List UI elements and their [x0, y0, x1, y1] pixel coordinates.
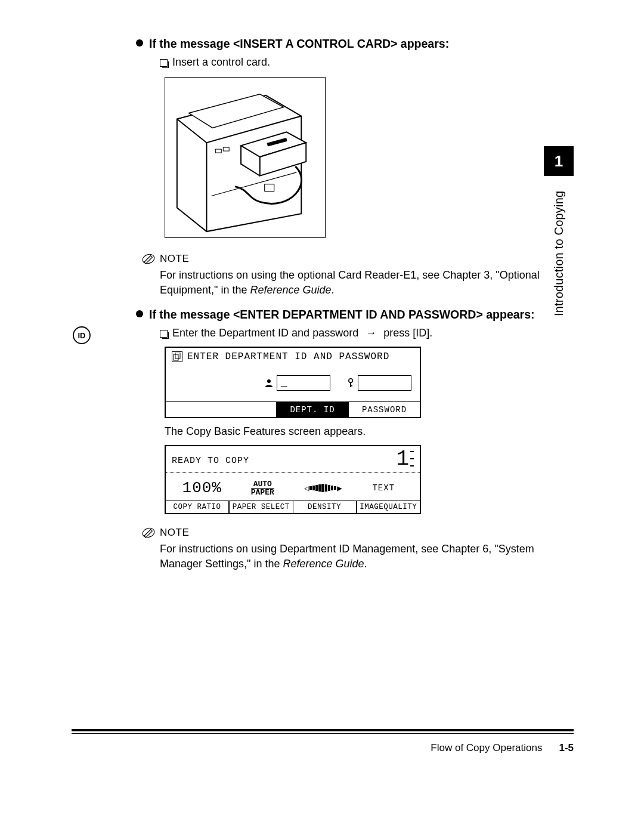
action-text-a: Enter the Department ID and password — [172, 327, 358, 339]
note-text: For instructions on using the optional C… — [160, 268, 547, 297]
dept-id-field[interactable]: _ — [277, 375, 330, 391]
checkbox-icon — [160, 330, 168, 338]
softkey-empty — [166, 401, 277, 417]
page: 1 Introduction to Copying ID If the mess… — [0, 0, 644, 828]
password-group — [347, 375, 411, 391]
chapter-title-vertical: Introduction to Copying — [544, 184, 574, 323]
lcd-title: ENTER DEPARTMENT ID AND PASSWORD — [187, 351, 389, 362]
softkey-password[interactable]: PASSWORD — [348, 401, 420, 417]
printer-drawing-icon — [165, 78, 325, 237]
image-quality-value: TEXT — [372, 483, 395, 493]
password-field[interactable] — [358, 375, 411, 391]
svg-line-22 — [145, 529, 151, 535]
page-footer: Flow of Copy Operations 1-5 — [72, 729, 574, 755]
note-ref-title: Reference Guide — [250, 284, 331, 296]
pencil-note-icon — [142, 526, 155, 539]
page-number: 1-5 — [559, 742, 574, 754]
svg-point-20 — [142, 527, 155, 539]
softkey-density[interactable]: DENSITY — [293, 501, 357, 513]
note-label: NOTE — [160, 527, 189, 539]
auto-l1: AUTO — [251, 480, 274, 488]
copy-ratio-value: 100% — [182, 479, 222, 497]
side-tab: 1 Introduction to Copying — [544, 146, 574, 314]
footer-rule-thick — [72, 729, 574, 731]
footer-rule-thin — [72, 733, 574, 734]
key-icon — [347, 378, 354, 388]
lcd-copy-screen: READY TO COPY 1 100% AUTO PAPER — [165, 445, 421, 514]
softkey-paper-select[interactable]: PAPER SELECT — [229, 501, 293, 513]
pencil-note-icon — [142, 252, 155, 265]
note-label: NOTE — [160, 253, 189, 265]
softkey-image-quality[interactable]: IMAGEQUALITY — [357, 501, 420, 513]
person-icon — [265, 379, 273, 387]
note-ref-title: Reference Guide — [283, 558, 364, 570]
svg-rect-18 — [350, 382, 351, 387]
lcd-login-screen: ENTER DEPARTMENT ID AND PASSWORD _ DEPT.… — [165, 347, 421, 418]
copy-mode-icon — [172, 351, 182, 362]
action-insert-card: Insert a control card. — [160, 56, 547, 69]
density-lighter-icon: ◁ — [304, 483, 309, 493]
density-slider: ◁ ▶ — [304, 483, 342, 493]
heading-enter-dept-id: If the message <ENTER DEPARTMENT ID AND … — [136, 307, 547, 322]
auto-paper-value: AUTO PAPER — [251, 480, 274, 496]
note-part-a: For instructions on using the optional C… — [160, 269, 540, 295]
card-reader-illustration — [165, 77, 326, 238]
note-text: For instructions on using Department ID … — [160, 542, 547, 571]
action-text-b: press [ID]. — [383, 327, 432, 339]
note-row: NOTE — [142, 526, 547, 539]
softkey-dept-id[interactable]: DEPT. ID — [277, 401, 348, 417]
svg-rect-15 — [175, 353, 180, 359]
softkey-copy-ratio[interactable]: COPY RATIO — [166, 501, 229, 513]
note-part-b: . — [332, 284, 335, 296]
chapter-number: 1 — [544, 146, 574, 176]
heading-text: If the message <ENTER DEPARTMENT ID AND … — [149, 307, 535, 322]
density-darker-icon: ▶ — [337, 483, 342, 493]
dept-id-group: _ — [265, 375, 330, 391]
footer-section-title: Flow of Copy Operations — [431, 742, 542, 754]
checkbox-icon — [160, 59, 168, 67]
auto-l2: PAPER — [251, 488, 274, 496]
svg-line-13 — [145, 255, 151, 261]
svg-point-17 — [349, 379, 352, 382]
count-ticks-icon — [410, 449, 414, 469]
svg-point-11 — [142, 253, 155, 265]
main-content: If the message <INSERT A CONTROL CARD> a… — [142, 36, 547, 580]
copy-count: 1 — [396, 449, 409, 470]
caption: The Copy Basic Features screen appears. — [165, 425, 547, 438]
lcd-status: READY TO COPY — [172, 456, 249, 466]
bullet-dot-icon — [136, 39, 143, 47]
action-enter-id: Enter the Department ID and password → p… — [160, 327, 547, 339]
svg-rect-14 — [174, 354, 178, 360]
action-text: Insert a control card. — [172, 56, 270, 69]
svg-point-16 — [267, 379, 271, 383]
heading-insert-control-card: If the message <INSERT A CONTROL CARD> a… — [136, 36, 547, 51]
note-row: NOTE — [142, 252, 547, 265]
heading-text: If the message <INSERT A CONTROL CARD> a… — [149, 36, 449, 51]
id-key-icon: ID — [72, 325, 92, 345]
svg-text:ID: ID — [78, 331, 86, 340]
arrow-right-icon: → — [363, 327, 379, 339]
note-part-b: . — [364, 558, 367, 570]
bullet-dot-icon — [136, 310, 143, 317]
svg-rect-19 — [350, 385, 352, 387]
